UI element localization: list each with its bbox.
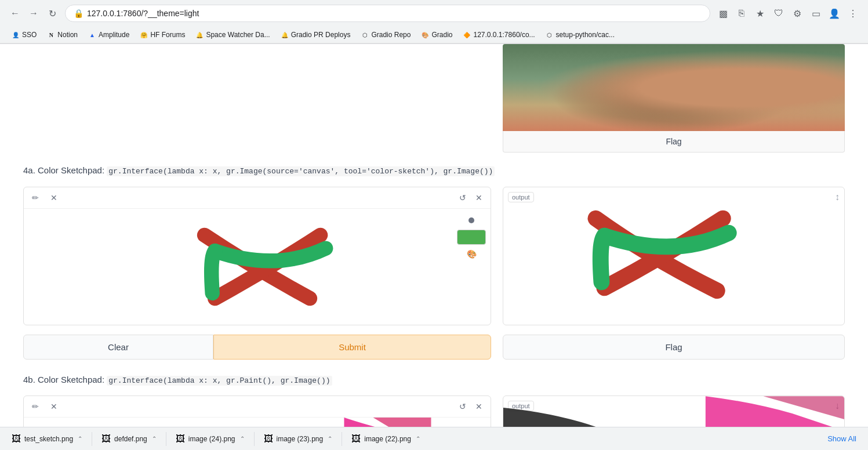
window-icon[interactable]: ▭ [808,5,824,21]
flag-button-4a[interactable]: Flag [503,335,845,360]
output-sketch-svg-4a [503,187,844,325]
canvas-close-btn-4b[interactable]: ✕ [47,400,61,413]
bookmark-space-watcher[interactable]: 🔔 Space Watcher Da... [191,29,274,41]
browser-chrome: ← → ↻ 🔒 127.0.0.1:7860/?__theme=light ▩ … [0,0,868,44]
bookmark-hf-forums[interactable]: 🤗 HF Forums [135,29,190,41]
download-name-image-24: image (24).png [188,435,235,443]
extensions-icon[interactable]: ⚙ [789,5,805,21]
download-name-image-23: image (23).png [277,435,324,443]
clear-button[interactable]: Clear [23,335,213,360]
section-4b-label: 4b. Color Sketchpad: [23,375,104,384]
download-icon-defdef: 🖼 [101,434,111,444]
canvas-sketch-svg [24,209,491,325]
canvas-toolbar-right: ↺ ✕ [456,191,486,205]
download-item-image-22[interactable]: 🖼 image (22).png ⌃ [347,431,425,447]
divider-2 [166,432,166,446]
share-icon[interactable]: ⎘ [733,5,750,21]
download-arrow-image-24[interactable]: ⌃ [240,436,245,442]
section-4a-label: 4a. Color Sketchpad: [23,165,104,175]
svg-point-0 [468,217,474,223]
canvas-reset-btn-4b[interactable]: ↺ [456,400,470,413]
amplitude-favicon: ▲ [88,31,96,39]
forward-button[interactable]: → [26,5,42,21]
canvas-delete-btn[interactable]: ✕ [472,191,486,205]
amplitude-label: Amplitude [99,31,129,39]
image-display-inner [503,44,845,131]
nav-buttons: ← → ↻ [7,5,60,21]
notion-favicon: N [47,31,55,39]
show-all-button[interactable]: Show All [823,432,861,445]
action-row-left: Clear Submit [23,335,491,360]
section-4b-code: gr.Interface(lambda x: x, gr.Paint(), gr… [107,376,332,386]
bookmark-sso[interactable]: 👤 SSO [7,29,41,41]
download-arrow-defdef[interactable]: ⌃ [152,436,157,442]
download-name-defdef: defdef.png [114,435,147,443]
download-item-defdef[interactable]: 🖼 defdef.png ⌃ [97,431,161,447]
gradio-pr-favicon: 🔔 [281,31,289,39]
download-arrow-image-22[interactable]: ⌃ [416,436,420,442]
localhost-favicon: 🔶 [463,31,471,39]
download-name-test-sketch: test_sketch.png [24,435,73,443]
gradio-label: Gradio [431,31,452,39]
download-arrow-test-sketch[interactable]: ⌃ [78,436,82,442]
canvas-close-btn[interactable]: ✕ [47,191,61,205]
menu-icon[interactable]: ⋮ [845,5,861,21]
bookmark-star-icon[interactable]: ★ [752,5,768,21]
download-icon-image-24: 🖼 [176,434,185,444]
top-flag-button[interactable]: Flag [503,131,845,153]
canvas-side-toolbar: 🎨 [457,213,486,261]
bookmark-gradio-repo[interactable]: ⬡ Gradio Repo [356,29,415,41]
pencil-icon-btn[interactable]: ✏ [28,191,42,205]
profile-icon[interactable]: 👤 [826,5,842,21]
canvas-toolbar-left: ✏ ✕ [28,191,61,205]
divider-4 [342,432,342,446]
screen-share-icon[interactable]: ▩ [715,5,731,21]
localhost-label: 127.0.0.1:7860/co... [473,31,535,39]
refresh-button[interactable]: ↻ [44,5,60,21]
download-name-image-22: image (22).png [364,435,411,443]
palette-btn[interactable]: 🎨 [464,247,478,261]
divider-1 [92,432,92,446]
canvas-toolbar-left-4b: ✏ ✕ [28,400,61,413]
bookmark-gradio[interactable]: 🎨 Gradio [416,29,457,41]
pencil-icon-btn-4b[interactable]: ✏ [28,400,42,413]
divider-3 [254,432,255,446]
brush-size-btn[interactable] [464,213,478,227]
canvas-delete-btn-4b[interactable]: ✕ [472,400,486,413]
space-watcher-label: Space Watcher Da... [206,31,270,39]
canvas-reset-btn[interactable]: ↺ [456,191,470,205]
submit-button[interactable]: Submit [213,335,491,360]
canvas-toolbar: ✏ ✕ ↺ ✕ [24,187,491,209]
download-item-image-24[interactable]: 🖼 image (24).png ⌃ [171,431,249,447]
bookmark-gradio-pr[interactable]: 🔔 Gradio PR Deploys [276,29,355,41]
bookmarks-bar: 👤 SSO N Notion ▲ Amplitude 🤗 HF Forums 🔔… [0,27,868,43]
bookmark-amplitude[interactable]: ▲ Amplitude [83,29,134,41]
bookmark-localhost[interactable]: 🔶 127.0.0.1:7860/co... [458,29,539,41]
browser-toolbar-icons: ▩ ⎘ ★ 🛡 ⚙ ▭ 👤 ⋮ [715,5,861,21]
address-bar[interactable]: 🔒 127.0.0.1:7860/?__theme=light [65,5,710,22]
bookmark-setup-python[interactable]: ⬡ setup-python/cac... [541,29,619,41]
url-text: 127.0.0.1:7860/?__theme=light [87,9,702,18]
output-drawing-area-4a [503,187,844,325]
back-button[interactable]: ← [7,5,23,21]
canvas-toolbar-right-4b: ↺ ✕ [456,400,486,413]
sketchpad-section-4a: ✏ ✕ ↺ ✕ [23,187,845,325]
setup-python-label: setup-python/cac... [556,31,615,39]
image-output-container: Flag [503,44,845,153]
hf-favicon: 🤗 [140,31,148,39]
download-item-image-23[interactable]: 🖼 image (23).png ⌃ [259,431,337,447]
bookmark-notion[interactable]: N Notion [42,29,82,41]
section-4b-heading: 4b. Color Sketchpad: gr.Interface(lambda… [23,373,845,387]
download-item-test-sketch[interactable]: 🖼 test_sketch.png ⌃ [7,431,87,447]
gradio-pr-label: Gradio PR Deploys [291,31,351,39]
canvas-drawing-area[interactable]: 🎨 [24,209,491,325]
download-icon-image-23: 🖼 [264,434,273,444]
gradio-favicon: 🎨 [421,31,429,39]
download-arrow-image-23[interactable]: ⌃ [328,436,332,442]
notion-label: Notion [57,31,78,39]
output-panel-4a: output ↕ [503,187,845,325]
extension-shield-icon[interactable]: 🛡 [771,5,787,21]
setup-python-favicon: ⬡ [546,31,554,39]
space-watcher-favicon: 🔔 [195,31,204,39]
color-swatch[interactable] [457,230,486,245]
